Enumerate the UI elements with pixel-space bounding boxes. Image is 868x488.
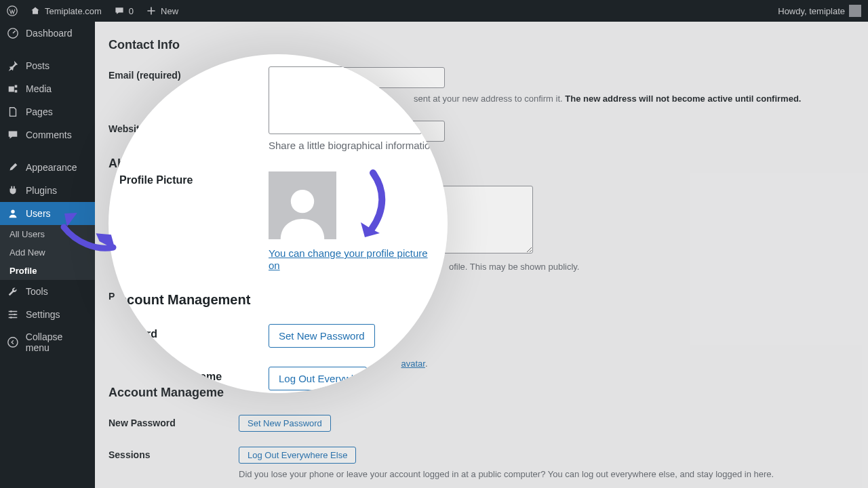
wordpress-icon bbox=[7, 5, 18, 16]
sessions-label: Sessions bbox=[108, 447, 239, 460]
pin-icon bbox=[7, 60, 19, 72]
logout-everywhere-button[interactable]: Log Out Everywhere Else bbox=[239, 447, 356, 464]
sidebar-item-posts[interactable]: Posts bbox=[0, 54, 95, 77]
arrow-to-profile-icon bbox=[56, 203, 117, 258]
sessions-description: Did you lose your phone or leave your ac… bbox=[239, 468, 854, 481]
sidebar-item-label: Settings bbox=[26, 309, 60, 320]
comments-count: 0 bbox=[129, 6, 134, 16]
sidebar-item-label: Users bbox=[26, 208, 51, 219]
sidebar-item-label: Appearance bbox=[26, 162, 77, 173]
svg-point-4 bbox=[14, 314, 16, 316]
comment-icon bbox=[7, 129, 19, 141]
user-icon bbox=[7, 207, 19, 220]
new-label: New bbox=[161, 6, 178, 16]
row-sessions: Sessions Log Out Everywhere Else Did you… bbox=[108, 447, 854, 481]
sidebar-item-label: Posts bbox=[26, 60, 50, 71]
sidebar-item-appearance[interactable]: Appearance bbox=[0, 156, 95, 179]
section-account-mgmt: Account Manageme bbox=[108, 386, 854, 400]
svg-point-3 bbox=[10, 310, 12, 312]
sidebar-item-media[interactable]: Media bbox=[0, 77, 95, 100]
dashboard-icon bbox=[7, 27, 19, 39]
z-set-password-button[interactable]: Set New Password bbox=[269, 324, 375, 348]
site-name: Temiplate.com bbox=[45, 6, 102, 16]
set-new-password-button[interactable]: Set New Password bbox=[239, 415, 331, 432]
site-link[interactable]: Temiplate.com bbox=[30, 5, 102, 16]
media-icon bbox=[7, 83, 19, 95]
sidebar-item-dashboard[interactable]: Dashboard bbox=[0, 22, 95, 45]
svg-point-2 bbox=[11, 210, 14, 214]
sidebar-collapse[interactable]: Collapse menu bbox=[0, 326, 95, 359]
svg-point-6 bbox=[8, 338, 18, 347]
z-bio-desc: Share a little biographical information bbox=[269, 140, 437, 151]
collapse-icon bbox=[7, 336, 19, 348]
svg-point-8 bbox=[291, 190, 314, 213]
page-icon bbox=[7, 106, 19, 118]
submenu-profile[interactable]: Profile bbox=[0, 262, 95, 280]
howdy-link[interactable]: Howdy, temiplate bbox=[778, 5, 861, 17]
brush-icon bbox=[7, 161, 19, 174]
magnify-lens: Share a little biographical information … bbox=[108, 54, 448, 393]
z-avatar-image bbox=[269, 171, 336, 239]
avatar-thumb bbox=[849, 5, 861, 17]
newpass-label: New Password bbox=[108, 415, 239, 428]
gravatar-link[interactable]: avatar bbox=[401, 359, 425, 369]
wrench-icon bbox=[7, 285, 19, 298]
sidebar-item-label: Plugins bbox=[26, 185, 57, 196]
sliders-icon bbox=[7, 308, 19, 321]
home-icon bbox=[30, 5, 41, 16]
sidebar-item-tools[interactable]: Tools bbox=[0, 280, 95, 303]
sidebar-item-plugins[interactable]: Plugins bbox=[0, 179, 95, 202]
sidebar-item-label: Dashboard bbox=[26, 28, 73, 39]
svg-point-5 bbox=[10, 317, 12, 319]
sidebar-item-label: Pages bbox=[26, 106, 53, 117]
plus-icon bbox=[146, 5, 157, 16]
section-contact-info: Contact Info bbox=[108, 38, 854, 52]
comment-icon bbox=[114, 5, 125, 16]
row-newpass: New Password Set New Password bbox=[108, 415, 854, 432]
arrow-curved-icon bbox=[353, 169, 393, 244]
sidebar-item-label: Collapse menu bbox=[26, 331, 88, 353]
z-section-account: ccount Management bbox=[119, 292, 437, 308]
wp-logo[interactable] bbox=[7, 5, 18, 16]
sidebar-item-label: Tools bbox=[26, 286, 48, 297]
z-picture-label: Profile Picture bbox=[119, 171, 269, 186]
comments-link[interactable]: 0 bbox=[114, 5, 134, 16]
sidebar-item-comments[interactable]: Comments bbox=[0, 123, 95, 146]
sidebar-item-pages[interactable]: Pages bbox=[0, 100, 95, 123]
howdy-text: Howdy, temiplate bbox=[778, 6, 845, 16]
plug-icon bbox=[7, 184, 19, 197]
sidebar-item-label: Comments bbox=[26, 129, 72, 140]
z-gravatar-link[interactable]: You can change your profile picture on bbox=[269, 247, 428, 271]
sidebar-item-label: Media bbox=[26, 83, 52, 94]
admin-bar: Temiplate.com 0 New Howdy, temiplate bbox=[0, 0, 868, 22]
sidebar-item-settings[interactable]: Settings bbox=[0, 303, 95, 326]
new-link[interactable]: New bbox=[146, 5, 178, 16]
